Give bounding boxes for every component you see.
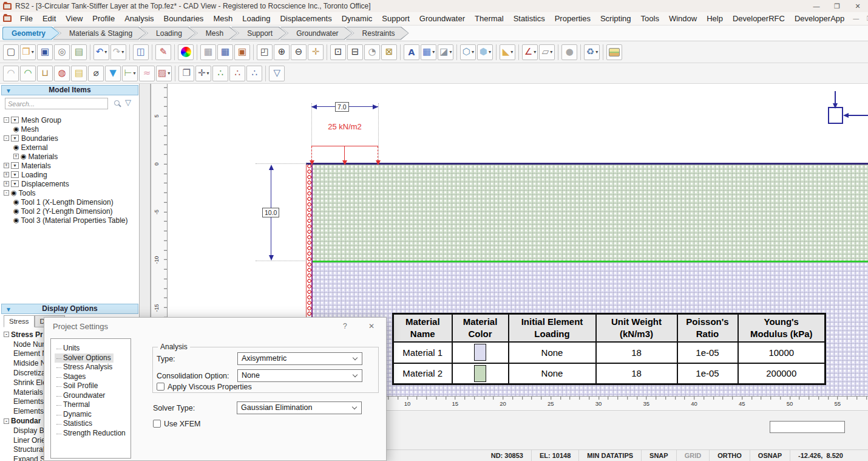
status-ortho[interactable]: ORTHO xyxy=(709,450,750,461)
workflow-tab-mesh[interactable]: Mesh xyxy=(189,27,237,40)
zoom-window-button[interactable]: ⊡ xyxy=(330,44,346,60)
tree-item-materials[interactable]: +◉Materials xyxy=(2,152,137,161)
external-boundary-top[interactable] xyxy=(306,163,868,165)
workflow-tab-loading[interactable]: Loading xyxy=(140,27,196,40)
zoom-in-button[interactable]: ⊕ xyxy=(274,44,290,60)
angle-tool-button[interactable]: ∠▾ xyxy=(522,44,538,60)
y-dimension-label[interactable]: 10.0 xyxy=(262,208,279,217)
status-grid[interactable]: GRID xyxy=(676,450,710,461)
workflow-tab-geometry[interactable]: Geometry xyxy=(2,27,59,40)
display-options-header[interactable]: ▼ Display Options xyxy=(1,304,138,314)
new-file-button[interactable]: ▢ xyxy=(3,44,19,60)
visibility-eye-icon[interactable]: ◉ xyxy=(13,144,19,151)
menu-support[interactable]: Support xyxy=(377,12,415,26)
dialog-nav-strength-reduction[interactable]: Strength Reduction xyxy=(55,429,131,439)
material2-region[interactable] xyxy=(311,165,868,261)
move-vertices-button[interactable]: ∴ xyxy=(246,66,262,81)
tree-item-mesh[interactable]: ◉Mesh xyxy=(2,125,137,134)
tree-dropdown-icon[interactable]: ▼ xyxy=(11,180,19,187)
zoom-extents-button[interactable]: ◰ xyxy=(257,44,273,60)
delete-tool-button[interactable]: ♻▾ xyxy=(584,44,600,60)
zoom-height-button[interactable]: ⊟ xyxy=(347,44,363,60)
pan-button[interactable]: ✛ xyxy=(308,44,324,60)
tree-dropdown-icon[interactable]: ▼ xyxy=(11,171,19,178)
menu-developerrfc[interactable]: DeveloperRFC xyxy=(728,12,790,26)
report-button[interactable]: ▤ xyxy=(71,44,87,60)
tree-expand-icon[interactable]: - xyxy=(4,190,9,196)
material-boundary-button[interactable]: ⊔ xyxy=(37,66,53,81)
tree-item-displacements[interactable]: +▼Displacements xyxy=(2,179,137,188)
tree-expand-icon[interactable]: + xyxy=(4,163,9,168)
analysis-type-select[interactable]: Axisymmetric xyxy=(237,352,362,365)
grid-view-button[interactable]: ▦ xyxy=(200,44,216,60)
joint-boundary-button[interactable]: ▤ xyxy=(71,66,87,81)
workflow-tab-materials-staging[interactable]: Materials & Staging xyxy=(53,27,146,40)
menu-dynamic[interactable]: Dynamic xyxy=(337,12,378,26)
calculator-button[interactable]: ▦ xyxy=(217,44,233,60)
visibility-eye-icon[interactable]: ◉ xyxy=(21,153,27,160)
load-magnitude-label[interactable]: 25 kN/m2 xyxy=(314,122,375,131)
external-boundary-button[interactable]: ◠ xyxy=(3,66,19,81)
mdi-restore-button[interactable]: ❐ xyxy=(863,15,868,22)
dialog-nav-solver-options[interactable]: Solver Options xyxy=(55,353,114,363)
menu-groundwater[interactable]: Groundwater xyxy=(415,12,470,26)
dialog-close-button[interactable]: ✕ xyxy=(368,322,375,330)
tree-item-loading[interactable]: +▼Loading xyxy=(2,170,137,179)
solver-type-select[interactable]: Gaussian Elimination xyxy=(237,401,362,414)
menu-loading[interactable]: Loading xyxy=(237,12,275,26)
x-dimension-label[interactable]: 7.0 xyxy=(335,102,349,112)
piezometric-line-button[interactable]: ⊢▾ xyxy=(122,66,138,81)
search-input[interactable] xyxy=(5,98,108,109)
no-boundary-button[interactable]: ⌀ xyxy=(88,66,104,81)
group-expand-icon[interactable]: - xyxy=(4,332,9,337)
tree-item-external[interactable]: ◉External xyxy=(2,143,137,152)
dropdown-caret-icon[interactable]: ▾ xyxy=(206,70,209,76)
workflow-tab-restraints[interactable]: Restraints xyxy=(346,27,409,40)
dialog-nav-stages[interactable]: Stages xyxy=(55,372,131,382)
workflow-tab-support[interactable]: Support xyxy=(231,27,287,40)
dialog-nav-units[interactable]: Units xyxy=(55,344,131,353)
shaded-circle-button[interactable]: ● xyxy=(561,44,577,60)
tree-item-materials[interactable]: +▼Materials xyxy=(2,161,137,170)
dropdown-caret-icon[interactable]: ▾ xyxy=(510,49,513,55)
dialog-nav-groundwater[interactable]: Groundwater xyxy=(55,391,131,401)
add-image-button[interactable]: ◪▾ xyxy=(438,44,453,60)
tree-expand-icon[interactable]: + xyxy=(13,154,19,159)
tree-expand-icon[interactable]: - xyxy=(4,135,9,141)
capture-button[interactable]: ▣ xyxy=(234,44,250,60)
undo-button[interactable]: ↶▾ xyxy=(93,44,109,60)
tree-dropdown-icon[interactable]: ▼ xyxy=(11,135,19,142)
set-square-button[interactable]: ◣▾ xyxy=(500,44,515,60)
hexagon-tool-button[interactable]: ⬢▾ xyxy=(477,44,493,60)
menu-boundaries[interactable]: Boundaries xyxy=(159,12,209,26)
collapse-panel-icon[interactable]: ▼ xyxy=(5,86,12,95)
filter-icon[interactable]: ▽ xyxy=(125,98,131,107)
zoom-previous-button[interactable]: ◔ xyxy=(364,44,380,60)
use-xfem-checkbox[interactable] xyxy=(153,420,161,428)
dialog-nav-thermal[interactable]: Thermal xyxy=(55,400,131,410)
edit-tools-button[interactable]: ✎ xyxy=(155,44,171,60)
dropdown-caret-icon[interactable]: ▾ xyxy=(134,70,136,76)
minimize-button[interactable]: — xyxy=(806,2,827,10)
copy-shape-button[interactable]: ❐ xyxy=(178,66,194,81)
tree-item-mesh-group[interactable]: -▼Mesh Group xyxy=(2,115,137,125)
hatch-region-button[interactable]: ▨▾ xyxy=(156,66,172,81)
menu-analysis[interactable]: Analysis xyxy=(120,12,158,26)
dropdown-caret-icon[interactable]: ▾ xyxy=(121,49,124,55)
visibility-eye-icon[interactable]: ◉ xyxy=(13,126,19,132)
add-text-button[interactable]: A xyxy=(404,44,419,60)
menu-file[interactable]: File xyxy=(15,12,38,26)
material-properties-table[interactable]: MaterialNameMaterialColorInitial Element… xyxy=(392,313,826,385)
dialog-nav-soil-profile[interactable]: Soil Profile xyxy=(55,381,131,391)
visibility-eye-icon[interactable]: ◉ xyxy=(13,199,19,205)
stage-boundary-button[interactable]: ◍ xyxy=(54,66,70,81)
zoom-lock-button[interactable]: ⊠ xyxy=(381,44,397,60)
dropdown-caret-icon[interactable]: ▾ xyxy=(489,49,491,55)
tree-expand-icon[interactable]: + xyxy=(4,181,9,186)
dropdown-caret-icon[interactable]: ▾ xyxy=(472,49,474,55)
mdi-minimize-button[interactable]: — xyxy=(849,15,863,22)
tree-item-boundaries[interactable]: -▼Boundaries xyxy=(2,134,137,143)
dropdown-caret-icon[interactable]: ▾ xyxy=(104,49,107,55)
apply-viscous-checkbox[interactable] xyxy=(157,383,164,391)
display-tab-stress[interactable]: Stress xyxy=(4,315,35,327)
